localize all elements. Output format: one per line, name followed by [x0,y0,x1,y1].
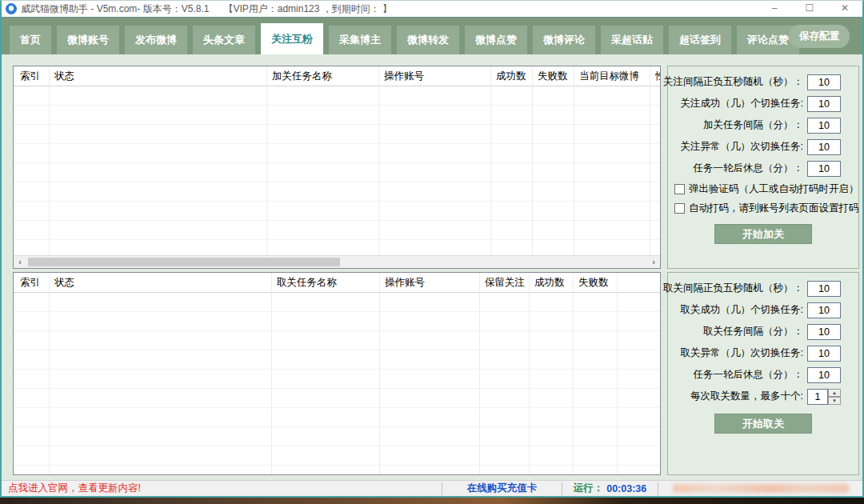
unfollow-error-switch-label: 取关异常（几）次切换任务: [681,346,803,360]
tab-weibo-comment[interactable]: 微博评论 [533,26,595,54]
auto-captcha-checkbox[interactable] [674,203,685,214]
follow-task-interval-input[interactable] [807,118,841,134]
unfollow-interval-input[interactable] [807,281,841,297]
app-icon [6,3,17,14]
follow-task-interval-label: 加关任务间隔（分）： [703,118,803,132]
minimize-button[interactable]: – [757,1,792,17]
tab-collect-supertopic[interactable]: 采超话贴 [601,26,663,54]
unfollow-round-rest-label: 任务一轮后休息（分）： [694,368,804,382]
table-body-column [14,86,49,256]
unfollow-interval-label: 取关间隔正负五秒随机（秒）： [663,282,803,295]
table-body-column [267,86,378,256]
captcha-popup-label: 弹出验证码（人工或自动打码时开启） [689,182,859,196]
table-body-column [272,293,379,474]
table-body-column [491,86,532,256]
column-header-gender[interactable]: 性别 [650,66,660,86]
column-header-empty [618,273,660,293]
follow-round-rest-label: 任务一轮后休息（分）： [694,162,804,175]
table-body-column [480,293,529,474]
tab-collect-bloggers[interactable]: 采集博主 [329,26,391,54]
auto-captcha-label: 自动打码，请到账号列表页面设置打码 [689,202,859,215]
scrollbar-track[interactable] [26,256,647,268]
settings-column: 关注间隔正负五秒随机（秒）： 关注成功（几）个切换任务: 加关任务间隔（分）： … [667,66,859,478]
maximize-button[interactable]: ☐ [792,1,827,17]
window-controls: – ☐ ✕ [757,1,862,17]
follow-error-switch-label: 关注异常（几）次切换任务: [681,140,803,154]
unfollow-success-switch-input[interactable] [807,302,841,318]
table-body-column [379,86,490,256]
desktop-background-strip [0,498,864,504]
status-bar: 点我进入官网，查看更新内容! 在线购买充值卡 运行： 00:03:36 [2,480,862,496]
captcha-popup-checkbox[interactable] [674,184,685,194]
column-header-status[interactable]: 状态 [50,273,271,293]
column-header-operating-account[interactable]: 操作账号 [380,273,479,293]
main-content: 索引 状态 加关任务名称 操作账号 [2,54,862,478]
tables-column: 索引 状态 加关任务名称 操作账号 [13,66,661,478]
vip-info: 【VIP用户：admin123 ，到期时间： 】 [223,2,392,16]
follow-error-switch-input[interactable] [807,139,841,155]
batch-size-spinner: ▲ ▼ [828,389,841,405]
follow-interval-input[interactable] [807,74,841,90]
table-body-column [50,293,271,474]
table-body-column [533,86,574,256]
tab-supertopic-checkin[interactable]: 超话签到 [669,26,731,54]
column-header-unfollow-task-name[interactable]: 取关任务名称 [272,273,379,293]
tab-follow-mutual[interactable]: 关注互粉 [261,23,323,54]
runtime-status: 运行： 00:03:36 [562,482,658,495]
scroll-left-icon[interactable]: ‹ [14,256,26,268]
follow-success-switch-input[interactable] [807,96,841,112]
follow-table-grid: 索引 状态 加关任务名称 操作账号 [14,66,660,256]
unfollow-task-interval-label: 取关任务间隔（分）： [703,325,803,338]
table-body-column [650,86,660,256]
spinner-up-icon[interactable]: ▲ [828,389,841,397]
table-body-column [50,86,266,256]
column-header-index[interactable]: 索引 [14,66,49,86]
tab-weibo-accounts[interactable]: 微博账号 [57,26,119,54]
unfollow-round-rest-input[interactable] [807,367,841,383]
buy-card-link[interactable]: 在线购买充值卡 [442,482,562,495]
official-site-link[interactable]: 点我进入官网，查看更新内容! [2,482,442,495]
follow-settings-panel: 关注间隔正负五秒随机（秒）： 关注成功（几）个切换任务: 加关任务间隔（分）： … [667,66,859,269]
column-header-fail-count[interactable]: 失败数 [533,66,574,86]
column-header-success-count[interactable]: 成功数 [530,273,573,293]
unfollow-task-interval-input[interactable] [807,324,841,340]
column-header-fail-count[interactable]: 失败数 [574,273,617,293]
unfollow-batch-size-input[interactable] [807,389,828,405]
column-header-status[interactable]: 状态 [50,66,266,86]
column-header-follow-task-name[interactable]: 加关任务名称 [267,66,378,86]
unfollow-error-switch-input[interactable] [807,346,841,362]
runtime-label: 运行： [574,482,604,495]
tab-toutiao-articles[interactable]: 头条文章 [193,26,255,54]
unfollow-settings-panel: 取关间隔正负五秒随机（秒）： 取关成功（几）个切换任务: 取关任务间隔（分）： … [667,272,859,475]
unfollow-task-table: 索引 状态 取关任务名称 操作账号 [13,272,661,475]
scrollbar-thumb[interactable] [28,258,340,266]
unfollow-success-switch-label: 取关成功（几）个切换任务: [681,303,803,317]
title-bar: 威武猫微博助手 - V5m.com- 版本号：V5.8.1 【VIP用户：adm… [2,1,862,17]
table-body-column [380,293,479,474]
start-follow-button[interactable]: 开始加关 [714,224,812,244]
column-header-index[interactable]: 索引 [14,273,49,293]
table-body-column [574,293,617,474]
follow-success-switch-label: 关注成功（几）个切换任务: [681,97,803,110]
runtime-value: 00:03:36 [606,483,646,494]
tab-publish-weibo[interactable]: 发布微博 [125,26,187,54]
tab-home[interactable]: 首页 [10,26,51,54]
column-header-current-target[interactable]: 当前目标微博 [574,66,650,86]
column-header-operating-account[interactable]: 操作账号 [379,66,490,86]
table-body-column [574,86,650,256]
column-header-success-count[interactable]: 成功数 [491,66,532,86]
window-title: 威武猫微博助手 - V5m.com- 版本号：V5.8.1 [21,2,209,16]
save-config-button[interactable]: 保存配置 [789,25,850,48]
close-button[interactable]: ✕ [827,1,862,17]
start-unfollow-button[interactable]: 开始取关 [714,414,812,434]
follow-round-rest-input[interactable] [807,161,841,177]
tab-bar: 首页 微博账号 发布微博 头条文章 关注互粉 采集博主 微博转发 微博点赞 微博… [2,17,862,54]
scroll-right-icon[interactable]: › [647,256,660,268]
horizontal-scrollbar: ‹ › [14,255,660,268]
spinner-down-icon[interactable]: ▼ [828,397,841,405]
table-body-column [14,293,49,474]
table-body-column [530,293,573,474]
tab-weibo-repost[interactable]: 微博转发 [397,26,459,54]
tab-weibo-like[interactable]: 微博点赞 [465,26,527,54]
column-header-keep-follow[interactable]: 保留关注 [480,273,529,293]
